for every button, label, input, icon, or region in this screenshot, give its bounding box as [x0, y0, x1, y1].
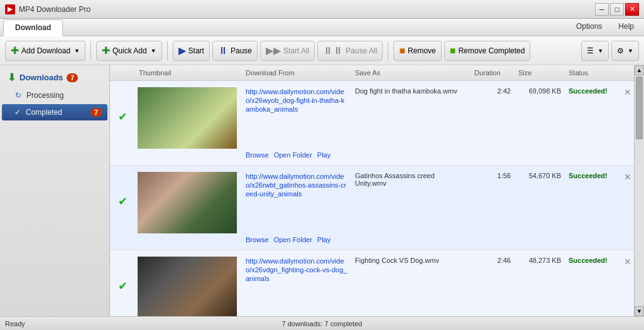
- settings-button[interactable]: ⚙ ▼: [611, 41, 639, 61]
- sidebar-section-count: 7: [67, 73, 78, 82]
- row-check-2: ✔: [110, 254, 135, 293]
- remove-completed-icon: ■: [450, 45, 456, 56]
- col-download-from: Download From: [242, 68, 351, 78]
- start-label: Start: [188, 46, 204, 55]
- toolbar-right: ☰ ▼ ⚙ ▼: [581, 41, 639, 61]
- row-thumbnail-1: [135, 169, 242, 236]
- sidebar-item-processing[interactable]: ↻ Processing: [0, 87, 109, 104]
- tab-download[interactable]: Download: [3, 19, 63, 36]
- thumbnail-image-1: [138, 172, 237, 233]
- row-url-col-0: http://www.dailymotion.com/video/x26wyob…: [242, 85, 351, 161]
- open-folder-link-1[interactable]: Open Folder: [274, 236, 312, 243]
- quick-add-icon: ✚: [102, 45, 110, 56]
- play-link-1[interactable]: Play: [317, 236, 330, 243]
- row-size-2: 48,273 KB: [515, 254, 565, 267]
- open-folder-link-0[interactable]: Open Folder: [274, 151, 312, 159]
- row-status-0: Succeeded!: [565, 85, 621, 97]
- view-options-button[interactable]: ☰ ▼: [581, 41, 609, 61]
- row-url-col-1: http://www.dailymotion.com/video/x26rwbt…: [242, 169, 351, 246]
- separator-2: [167, 41, 168, 60]
- scrollbar[interactable]: ▲ ▼: [634, 65, 644, 316]
- play-link-0[interactable]: Play: [317, 151, 330, 159]
- sidebar-section-label: Downloads: [19, 73, 63, 82]
- row-thumbnail-0: [135, 85, 242, 151]
- col-status: Status: [565, 68, 621, 78]
- row-duration-0: 2:42: [471, 85, 515, 97]
- add-download-icon: ✚: [11, 45, 19, 56]
- col-size: Size: [515, 68, 565, 78]
- table-body: ✔ http://www.dailymotion.com/video/x26wy…: [110, 81, 634, 316]
- view-arrow: ▼: [598, 48, 603, 54]
- scroll-thumb[interactable]: [636, 77, 643, 139]
- col-save-as: Save As: [351, 68, 471, 78]
- row-save-as-1: Gatinhos Assassins creed Unity.wmv: [351, 169, 471, 189]
- quick-add-arrow: ▼: [151, 48, 156, 54]
- table-row: ✔ http://www.dailymotion.com/video/x26wy…: [110, 81, 634, 166]
- row-close-1: ✕: [621, 169, 634, 182]
- row-duration-1: 1:56: [471, 169, 515, 182]
- sidebar-completed-label: Completed: [26, 108, 62, 117]
- check-icon-1: ✔: [118, 194, 128, 208]
- pause-all-icon: ⏸⏸: [323, 45, 343, 56]
- options-button[interactable]: Options: [569, 19, 609, 33]
- url-link-1[interactable]: http://www.dailymotion.com/video/x26rwbt…: [246, 173, 346, 198]
- url-link-2[interactable]: http://www.dailymotion.com/video/x26vdgn…: [246, 257, 347, 282]
- close-row-button-2[interactable]: ✕: [624, 257, 631, 267]
- status-bar: Ready 7 downloads: 7 completed: [0, 316, 644, 330]
- remove-completed-label: Remove Completed: [458, 46, 525, 55]
- remove-completed-button[interactable]: ■ Remove Completed: [444, 41, 531, 61]
- close-row-button-1[interactable]: ✕: [624, 172, 631, 182]
- sidebar-completed-count: 7: [90, 108, 102, 117]
- sidebar-item-completed[interactable]: ✓ Completed 7: [2, 104, 107, 120]
- row-actions-0: Browse Open Folder Play: [246, 151, 347, 159]
- check-icon-0: ✔: [118, 110, 128, 124]
- url-link-0[interactable]: http://www.dailymotion.com/video/x26wyob…: [246, 88, 344, 113]
- close-row-button-0[interactable]: ✕: [624, 87, 631, 97]
- row-status-2: Succeeded!: [565, 254, 621, 267]
- table-row: ✔ http://www.dailymotion.com/video/x26rw…: [110, 166, 634, 250]
- browse-link-1[interactable]: Browse: [246, 236, 269, 243]
- browse-link-0[interactable]: Browse: [246, 151, 269, 159]
- row-size-1: 54,670 KB: [515, 169, 565, 182]
- row-check-1: ✔: [110, 169, 135, 208]
- row-url-col-2: http://www.dailymotion.com/video/x26vdgn…: [242, 254, 351, 316]
- app-icon: ▶: [5, 4, 15, 14]
- remove-button[interactable]: ■ Remove: [393, 41, 441, 61]
- table-row: ✔ http://www.dailymotion.com/video/x26vd…: [110, 250, 634, 316]
- settings-arrow: ▼: [628, 48, 633, 54]
- header-buttons: Options Help: [569, 19, 641, 35]
- help-button[interactable]: Help: [611, 19, 641, 33]
- sidebar-downloads-section: ⬇ Downloads 7: [0, 68, 109, 87]
- quick-add-label: Quick Add: [112, 46, 147, 55]
- row-actions-1: Browse Open Folder Play: [246, 236, 347, 243]
- close-button[interactable]: ✕: [625, 3, 639, 16]
- view-icon: ☰: [587, 46, 594, 55]
- processing-icon: ↻: [15, 91, 21, 100]
- separator-3: [388, 41, 388, 60]
- add-download-arrow: ▼: [74, 48, 80, 54]
- remove-label: Remove: [408, 46, 436, 55]
- scroll-up-button[interactable]: ▲: [635, 65, 644, 75]
- pause-all-label: Pause All: [346, 46, 377, 55]
- minimize-button[interactable]: ─: [595, 3, 609, 16]
- maximize-button[interactable]: □: [610, 3, 624, 16]
- quick-add-button[interactable]: ✚ Quick Add ▼: [96, 41, 162, 61]
- col-check: [110, 68, 135, 78]
- add-download-button[interactable]: ✚ Add Download ▼: [5, 41, 85, 61]
- start-all-icon: ▶▶: [266, 45, 281, 56]
- row-save-as-2: Fighting Cock VS Dog.wmv: [351, 254, 471, 267]
- toolbar: ✚ Add Download ▼ ✚ Quick Add ▼ ▶ Start ⏸…: [0, 36, 644, 65]
- window-controls: ─ □ ✕: [595, 3, 639, 16]
- pause-all-button[interactable]: ⏸⏸ Pause All: [317, 41, 383, 61]
- col-thumbnail: Thumbnail: [135, 68, 242, 78]
- status-ready: Ready: [5, 320, 216, 327]
- content-area: Thumbnail Download From Save As Duration…: [110, 65, 634, 316]
- app-title: MP4 Downloader Pro: [19, 5, 595, 14]
- start-all-button[interactable]: ▶▶ Start All: [260, 41, 315, 61]
- pause-button[interactable]: ⏸ Pause: [212, 41, 258, 61]
- scroll-down-button[interactable]: ▼: [635, 306, 644, 316]
- separator-1: [90, 41, 91, 60]
- start-button[interactable]: ▶ Start: [173, 41, 210, 61]
- row-close-0: ✕: [621, 85, 634, 97]
- col-duration: Duration: [471, 68, 515, 78]
